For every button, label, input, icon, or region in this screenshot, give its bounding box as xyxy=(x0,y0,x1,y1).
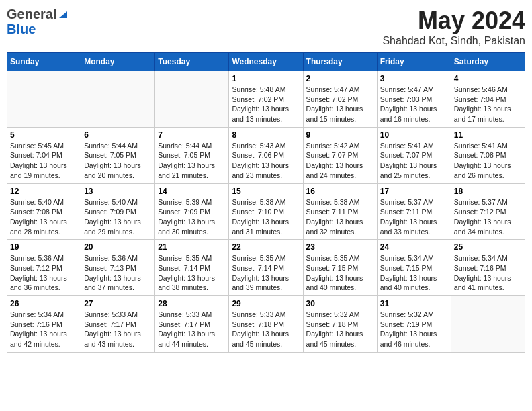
logo-triangle-icon xyxy=(58,9,69,19)
day-info: Sunrise: 5:40 AMSunset: 7:09 PMDaylight:… xyxy=(84,197,152,237)
calendar-cell: 14Sunrise: 5:39 AMSunset: 7:09 PMDayligh… xyxy=(155,183,229,240)
calendar-cell: 17Sunrise: 5:37 AMSunset: 7:11 PMDayligh… xyxy=(377,183,451,240)
day-info: Sunrise: 5:36 AMSunset: 7:12 PMDaylight:… xyxy=(10,253,78,293)
calendar-cell: 26Sunrise: 5:34 AMSunset: 7:16 PMDayligh… xyxy=(7,296,81,353)
day-number: 27 xyxy=(84,299,152,308)
day-number: 1 xyxy=(232,74,300,83)
day-number: 15 xyxy=(232,187,300,196)
calendar-cell: 24Sunrise: 5:34 AMSunset: 7:15 PMDayligh… xyxy=(377,240,451,296)
day-number: 12 xyxy=(10,187,78,196)
day-number: 8 xyxy=(232,130,300,140)
day-info: Sunrise: 5:35 AMSunset: 7:14 PMDaylight:… xyxy=(232,253,300,293)
svg-marker-0 xyxy=(59,11,67,18)
logo-blue: Blue xyxy=(7,21,36,36)
day-number: 30 xyxy=(306,299,374,308)
day-info: Sunrise: 5:38 AMSunset: 7:11 PMDaylight:… xyxy=(306,197,374,237)
calendar-cell: 29Sunrise: 5:33 AMSunset: 7:18 PMDayligh… xyxy=(229,296,303,353)
day-number: 4 xyxy=(454,74,522,83)
day-number: 25 xyxy=(454,242,522,252)
calendar-header-row: SundayMondayTuesdayWednesdayThursdayFrid… xyxy=(7,53,525,71)
day-number: 9 xyxy=(306,130,374,140)
day-number: 14 xyxy=(158,187,226,196)
day-info: Sunrise: 5:37 AMSunset: 7:11 PMDaylight:… xyxy=(380,197,448,237)
calendar-cell: 30Sunrise: 5:32 AMSunset: 7:18 PMDayligh… xyxy=(303,296,377,353)
day-info: Sunrise: 5:35 AMSunset: 7:14 PMDaylight:… xyxy=(158,253,226,293)
day-number: 16 xyxy=(306,187,374,196)
day-number: 13 xyxy=(84,187,152,196)
calendar-header-saturday: Saturday xyxy=(451,53,525,71)
calendar-cell xyxy=(155,71,229,128)
day-number: 23 xyxy=(306,242,374,252)
title-block: May 2024 Shahdad Kot, Sindh, Pakistan xyxy=(382,7,525,47)
calendar-cell: 15Sunrise: 5:38 AMSunset: 7:10 PMDayligh… xyxy=(229,183,303,240)
calendar-header-thursday: Thursday xyxy=(303,53,377,71)
day-number: 22 xyxy=(232,242,300,252)
day-info: Sunrise: 5:48 AMSunset: 7:02 PMDaylight:… xyxy=(232,85,300,124)
calendar-cell: 18Sunrise: 5:37 AMSunset: 7:12 PMDayligh… xyxy=(451,183,525,240)
calendar-cell xyxy=(451,296,525,353)
calendar-cell: 4Sunrise: 5:46 AMSunset: 7:04 PMDaylight… xyxy=(451,71,525,128)
day-info: Sunrise: 5:32 AMSunset: 7:19 PMDaylight:… xyxy=(380,310,448,349)
page-header: General Blue May 2024 Shahdad Kot, Sindh… xyxy=(7,7,525,47)
calendar-cell: 9Sunrise: 5:42 AMSunset: 7:07 PMDaylight… xyxy=(303,127,377,183)
logo-general: General xyxy=(7,7,56,21)
day-number: 18 xyxy=(454,187,522,196)
calendar-cell: 8Sunrise: 5:43 AMSunset: 7:06 PMDaylight… xyxy=(229,127,303,183)
calendar-cell: 22Sunrise: 5:35 AMSunset: 7:14 PMDayligh… xyxy=(229,240,303,296)
day-info: Sunrise: 5:33 AMSunset: 7:18 PMDaylight:… xyxy=(232,310,300,349)
calendar-week-row: 1Sunrise: 5:48 AMSunset: 7:02 PMDaylight… xyxy=(7,71,525,128)
calendar-cell: 19Sunrise: 5:36 AMSunset: 7:12 PMDayligh… xyxy=(7,240,81,296)
day-info: Sunrise: 5:38 AMSunset: 7:10 PMDaylight:… xyxy=(232,197,300,237)
day-number: 21 xyxy=(158,242,226,252)
calendar-cell xyxy=(7,71,81,128)
day-info: Sunrise: 5:42 AMSunset: 7:07 PMDaylight:… xyxy=(306,141,374,181)
calendar-cell: 5Sunrise: 5:45 AMSunset: 7:04 PMDaylight… xyxy=(7,127,81,183)
day-info: Sunrise: 5:40 AMSunset: 7:08 PMDaylight:… xyxy=(10,197,78,237)
day-number: 19 xyxy=(10,242,78,252)
calendar-cell: 13Sunrise: 5:40 AMSunset: 7:09 PMDayligh… xyxy=(81,183,155,240)
location-subtitle: Shahdad Kot, Sindh, Pakistan xyxy=(382,35,525,47)
day-info: Sunrise: 5:47 AMSunset: 7:02 PMDaylight:… xyxy=(306,85,374,124)
day-info: Sunrise: 5:34 AMSunset: 7:16 PMDaylight:… xyxy=(10,310,78,349)
day-info: Sunrise: 5:33 AMSunset: 7:17 PMDaylight:… xyxy=(84,310,152,349)
calendar-cell: 1Sunrise: 5:48 AMSunset: 7:02 PMDaylight… xyxy=(229,71,303,128)
day-number: 6 xyxy=(84,130,152,140)
day-info: Sunrise: 5:44 AMSunset: 7:05 PMDaylight:… xyxy=(158,141,226,181)
calendar-header-tuesday: Tuesday xyxy=(155,53,229,71)
day-number: 5 xyxy=(10,130,78,140)
day-number: 26 xyxy=(10,299,78,308)
calendar-cell: 2Sunrise: 5:47 AMSunset: 7:02 PMDaylight… xyxy=(303,71,377,128)
calendar-cell: 23Sunrise: 5:35 AMSunset: 7:15 PMDayligh… xyxy=(303,240,377,296)
calendar-cell: 28Sunrise: 5:33 AMSunset: 7:17 PMDayligh… xyxy=(155,296,229,353)
calendar-cell: 12Sunrise: 5:40 AMSunset: 7:08 PMDayligh… xyxy=(7,183,81,240)
day-info: Sunrise: 5:45 AMSunset: 7:04 PMDaylight:… xyxy=(10,141,78,181)
day-number: 29 xyxy=(232,299,300,308)
calendar-cell: 31Sunrise: 5:32 AMSunset: 7:19 PMDayligh… xyxy=(377,296,451,353)
calendar-week-row: 5Sunrise: 5:45 AMSunset: 7:04 PMDaylight… xyxy=(7,127,525,183)
day-info: Sunrise: 5:35 AMSunset: 7:15 PMDaylight:… xyxy=(306,253,374,293)
day-number: 28 xyxy=(158,299,226,308)
day-info: Sunrise: 5:46 AMSunset: 7:04 PMDaylight:… xyxy=(454,85,522,124)
calendar-cell: 25Sunrise: 5:34 AMSunset: 7:16 PMDayligh… xyxy=(451,240,525,296)
day-info: Sunrise: 5:34 AMSunset: 7:16 PMDaylight:… xyxy=(454,253,522,293)
calendar-cell: 7Sunrise: 5:44 AMSunset: 7:05 PMDaylight… xyxy=(155,127,229,183)
calendar-table: SundayMondayTuesdayWednesdayThursdayFrid… xyxy=(7,52,525,353)
day-number: 10 xyxy=(380,130,448,140)
day-number: 20 xyxy=(84,242,152,252)
day-info: Sunrise: 5:37 AMSunset: 7:12 PMDaylight:… xyxy=(454,197,522,237)
calendar-header-friday: Friday xyxy=(377,53,451,71)
logo: General Blue xyxy=(7,7,69,36)
calendar-cell xyxy=(81,71,155,128)
day-info: Sunrise: 5:36 AMSunset: 7:13 PMDaylight:… xyxy=(84,253,152,293)
calendar-header-monday: Monday xyxy=(81,53,155,71)
day-number: 24 xyxy=(380,242,448,252)
day-info: Sunrise: 5:47 AMSunset: 7:03 PMDaylight:… xyxy=(380,85,448,124)
day-info: Sunrise: 5:39 AMSunset: 7:09 PMDaylight:… xyxy=(158,197,226,237)
day-info: Sunrise: 5:32 AMSunset: 7:18 PMDaylight:… xyxy=(306,310,374,349)
day-info: Sunrise: 5:41 AMSunset: 7:07 PMDaylight:… xyxy=(380,141,448,181)
day-number: 2 xyxy=(306,74,374,83)
day-info: Sunrise: 5:33 AMSunset: 7:17 PMDaylight:… xyxy=(158,310,226,349)
calendar-cell: 21Sunrise: 5:35 AMSunset: 7:14 PMDayligh… xyxy=(155,240,229,296)
day-info: Sunrise: 5:43 AMSunset: 7:06 PMDaylight:… xyxy=(232,141,300,181)
calendar-cell: 6Sunrise: 5:44 AMSunset: 7:05 PMDaylight… xyxy=(81,127,155,183)
